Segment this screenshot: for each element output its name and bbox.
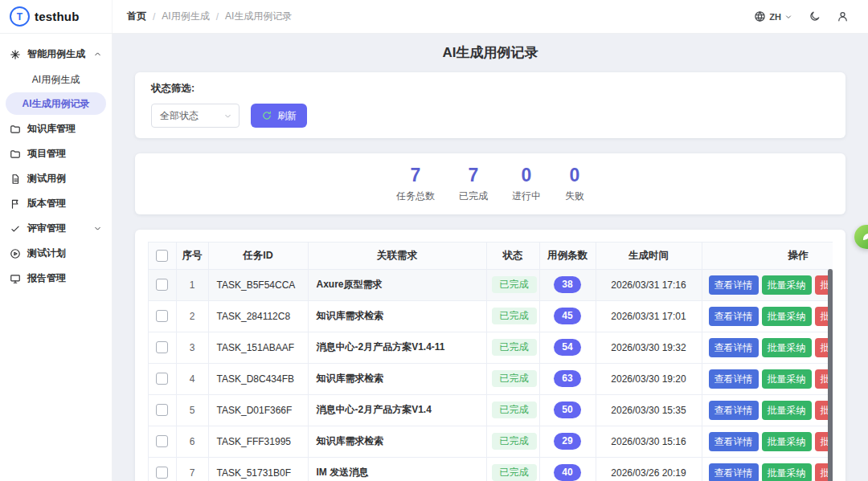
row-checkbox[interactable] xyxy=(156,373,168,385)
status-filter-select[interactable]: 全部状态 xyxy=(151,104,240,128)
stat-label: 任务总数 xyxy=(396,190,435,203)
table-vertical-scrollbar[interactable] xyxy=(828,269,833,481)
case-count-pill: 40 xyxy=(554,464,580,481)
task-id: TASK_51731B0F xyxy=(208,457,308,481)
sidebar-item-6[interactable]: 测试计划 xyxy=(0,241,112,266)
row-checkbox[interactable] xyxy=(156,435,168,447)
stat-item: 7任务总数 xyxy=(395,165,436,203)
sidebar-item-label: 智能用例生成 xyxy=(27,47,85,61)
sidebar-subitem[interactable]: AI生成用例记录 xyxy=(6,92,106,115)
language-switcher[interactable]: ZH xyxy=(754,10,792,22)
generated-time: 2026/03/26 20:19 xyxy=(596,457,702,481)
sidebar-item-1[interactable]: 知识库管理 xyxy=(0,116,112,141)
related-requirement: 消息中心-2月产品方案V1.4 xyxy=(308,394,486,426)
sidebar-item-0[interactable]: 智能用例生成 xyxy=(0,42,112,67)
row-index: 7 xyxy=(176,457,208,481)
case-count-cell: 29 xyxy=(539,426,596,457)
breadcrumb-item[interactable]: AI生成用例记录 xyxy=(225,10,292,23)
row-checkbox[interactable] xyxy=(156,279,168,291)
view-details-button[interactable]: 查看详情 xyxy=(709,307,759,326)
batch-adopt-button[interactable]: 批量采纳 xyxy=(762,369,812,389)
related-requirement: 知识库需求检索 xyxy=(308,363,486,394)
stat-item: 0失败 xyxy=(563,165,586,203)
sidebar-item-3[interactable]: 测试用例 xyxy=(0,166,112,191)
case-count-pill: 50 xyxy=(554,402,580,418)
brand-logo[interactable]: T testhub xyxy=(0,0,113,33)
batch-adopt-button[interactable]: 批量采纳 xyxy=(762,338,812,357)
view-details-button[interactable]: 查看详情 xyxy=(709,275,759,295)
row-checkbox-cell xyxy=(149,457,176,481)
task-id: TASK_D01F366F xyxy=(208,394,308,426)
stat-item: 7已完成 xyxy=(457,165,489,203)
refresh-button[interactable]: 刷新 xyxy=(251,104,307,128)
case-count-pill: 54 xyxy=(554,339,580,356)
row-index: 6 xyxy=(176,426,208,457)
row-checkbox-cell xyxy=(149,269,176,300)
column-header: 任务ID xyxy=(208,243,308,269)
batch-adopt-button[interactable]: 批量采纳 xyxy=(762,401,812,420)
stat-item: 0进行中 xyxy=(510,165,542,203)
batch-adopt-button[interactable]: 批量采纳 xyxy=(762,463,812,481)
sidebar-item-2[interactable]: 项目管理 xyxy=(0,141,112,166)
sidebar-item-5[interactable]: 评审管理 xyxy=(0,216,112,241)
row-checkbox[interactable] xyxy=(156,310,168,322)
task-id: TASK_FFF31995 xyxy=(208,426,308,457)
status-badge: 已完成 xyxy=(492,402,537,418)
status-cell: 已完成 xyxy=(486,457,539,481)
case-count-cell: 38 xyxy=(539,269,596,300)
breadcrumb: 首页/AI用例生成/AI生成用例记录 xyxy=(127,10,754,23)
generated-time: 2026/03/30 15:16 xyxy=(596,426,702,457)
main-content: AI生成用例记录 状态筛选: 全部状态 刷新 7任务总数7已完成0进行中0失败 xyxy=(113,34,868,481)
refresh-button-label: 刷新 xyxy=(277,109,297,123)
related-requirement: Axure原型需求 xyxy=(308,269,486,300)
case-count-pill: 38 xyxy=(554,276,580,293)
row-index: 3 xyxy=(176,332,208,363)
case-count-pill: 45 xyxy=(554,308,580,324)
case-count-cell: 50 xyxy=(539,394,596,426)
select-all-checkbox[interactable] xyxy=(156,250,168,262)
row-checkbox-cell xyxy=(149,426,176,457)
assistant-floating-button[interactable] xyxy=(854,225,868,249)
row-checkbox[interactable] xyxy=(156,467,168,479)
status-cell: 已完成 xyxy=(486,300,539,332)
view-details-button[interactable]: 查看详情 xyxy=(709,401,759,420)
generated-time: 2026/03/31 17:16 xyxy=(596,269,702,300)
check-icon xyxy=(10,223,21,234)
dark-mode-toggle[interactable] xyxy=(809,10,821,22)
task-id: TASK_284112C8 xyxy=(208,300,308,332)
stat-value: 0 xyxy=(565,165,584,185)
status-filter-value: 全部状态 xyxy=(160,109,199,123)
sidebar-item-label: 报告管理 xyxy=(27,271,66,285)
batch-adopt-button[interactable]: 批量采纳 xyxy=(762,307,812,326)
batch-adopt-button[interactable]: 批量采纳 xyxy=(762,275,812,295)
row-checkbox[interactable] xyxy=(156,341,168,353)
refresh-icon xyxy=(261,110,272,121)
breadcrumb-item[interactable]: AI用例生成 xyxy=(162,10,209,23)
actions-cell: 查看详情批量采纳批量删除 xyxy=(702,300,833,332)
flag-icon xyxy=(10,198,21,210)
breadcrumb-item[interactable]: 首页 xyxy=(127,10,146,23)
sidebar-item-7[interactable]: 报告管理 xyxy=(0,266,112,291)
user-menu[interactable] xyxy=(837,10,849,22)
row-checkbox-cell xyxy=(149,300,176,332)
page-title: AI生成用例记录 xyxy=(135,43,845,62)
sidebar-item-label: 评审管理 xyxy=(27,222,66,235)
sparkle-icon xyxy=(10,49,21,60)
sidebar-subitem[interactable]: AI用例生成 xyxy=(6,68,106,91)
sidebar-item-4[interactable]: 版本管理 xyxy=(0,191,112,216)
view-details-button[interactable]: 查看详情 xyxy=(709,369,759,389)
table-row: 2TASK_284112C8知识库需求检索已完成452026/03/31 17:… xyxy=(149,300,833,332)
view-details-button[interactable]: 查看详情 xyxy=(709,338,759,357)
row-index: 1 xyxy=(176,269,208,300)
row-checkbox[interactable] xyxy=(156,404,168,416)
generated-time: 2026/03/31 17:01 xyxy=(596,300,702,332)
stat-value: 7 xyxy=(396,165,435,185)
select-all-header-cell xyxy=(149,243,176,269)
monitor-icon xyxy=(10,273,21,284)
view-details-button[interactable]: 查看详情 xyxy=(709,432,759,451)
row-checkbox-cell xyxy=(149,394,176,426)
view-details-button[interactable]: 查看详情 xyxy=(709,463,759,481)
stat-label: 进行中 xyxy=(512,190,541,203)
batch-adopt-button[interactable]: 批量采纳 xyxy=(762,432,812,451)
row-checkbox-cell xyxy=(149,363,176,394)
